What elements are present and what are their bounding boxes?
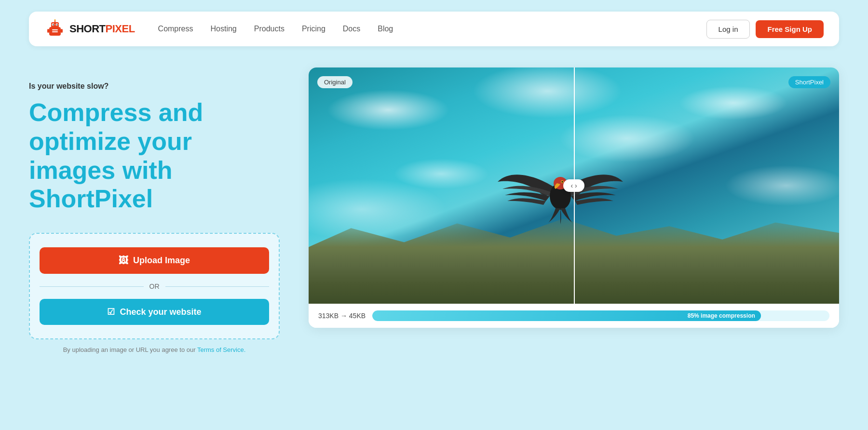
- upload-icon: 🖼: [119, 255, 128, 266]
- nav-hosting[interactable]: Hosting: [210, 25, 236, 33]
- image-comparison-panel: Original ShortPixel ‹ › 313KB → 45KB 85%…: [309, 67, 839, 328]
- svg-rect-11: [47, 29, 49, 33]
- progress-track: 85% image compression: [372, 310, 829, 321]
- navbar: SHORTPIXEL Compress Hosting Products Pri…: [29, 12, 839, 46]
- label-original: Original: [317, 76, 353, 88]
- tos-text: By uploading an image or URL you agree t…: [29, 346, 280, 353]
- svg-point-10: [54, 19, 56, 21]
- svg-rect-7: [52, 29, 58, 30]
- upload-area: 🖼 Upload Image OR ☑ Check your website: [29, 233, 280, 339]
- left-panel: Is your website slow? Compress and optim…: [29, 67, 280, 353]
- main-content: Is your website slow? Compress and optim…: [0, 58, 868, 373]
- nav-blog[interactable]: Blog: [378, 25, 393, 33]
- nav-docs[interactable]: Docs: [343, 25, 360, 33]
- logo-icon: [44, 18, 66, 40]
- svg-point-5: [53, 24, 54, 25]
- nav-actions: Log in Free Sign Up: [706, 20, 824, 39]
- tagline: Is your website slow?: [29, 82, 280, 91]
- comparison-handle[interactable]: ‹ ›: [563, 179, 584, 192]
- headline: Compress and optimize your images with S…: [29, 98, 280, 214]
- nav-products[interactable]: Products: [254, 25, 285, 33]
- label-shortpixel: ShortPixel: [788, 76, 830, 88]
- nav-pricing[interactable]: Pricing: [302, 25, 326, 33]
- logo[interactable]: SHORTPIXEL: [44, 18, 135, 40]
- compression-label: 85% image compression: [688, 312, 755, 319]
- login-button[interactable]: Log in: [706, 20, 750, 39]
- bird-image: [493, 134, 628, 249]
- nav-links: Compress Hosting Products Pricing Docs B…: [158, 25, 706, 33]
- or-divider: OR: [40, 282, 269, 290]
- tos-link[interactable]: Terms of Service.: [197, 346, 245, 353]
- progress-fill: 85% image compression: [372, 310, 761, 321]
- nav-compress[interactable]: Compress: [158, 25, 193, 33]
- compression-bar: 313KB → 45KB 85% image compression: [309, 304, 839, 328]
- image-comparison: Original ShortPixel ‹ ›: [309, 67, 839, 304]
- svg-point-6: [56, 24, 57, 25]
- size-info: 313KB → 45KB: [318, 312, 366, 320]
- logo-text: SHORTPIXEL: [69, 23, 135, 35]
- upload-button[interactable]: 🖼 Upload Image: [40, 247, 269, 274]
- check-icon: ☑: [107, 307, 115, 317]
- signup-button[interactable]: Free Sign Up: [756, 20, 824, 38]
- svg-rect-12: [61, 29, 63, 33]
- svg-point-16: [562, 181, 563, 183]
- svg-rect-8: [52, 31, 58, 32]
- check-website-button[interactable]: ☑ Check your website: [40, 299, 269, 325]
